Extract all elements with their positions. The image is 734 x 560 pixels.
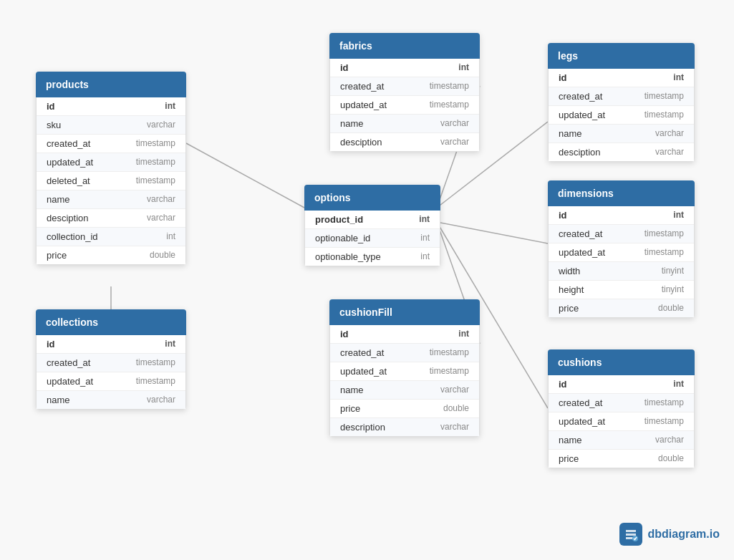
table-row: idint [330,325,479,344]
column-type: varchar [147,194,175,205]
column-type: double [658,303,684,314]
column-name: name [340,385,364,395]
table-row: created_attimestamp [37,354,185,372]
table-row: created_attimestamp [330,344,479,362]
column-type: varchar [147,120,175,130]
column-type: timestamp [644,228,684,239]
table-row: deleted_attimestamp [37,172,185,190]
table-row: desciptionvarchar [37,209,185,228]
column-type: varchar [655,435,684,445]
table-fabrics: fabricsidintcreated_attimestampupdated_a… [329,33,480,152]
column-name: id [559,379,567,390]
table-row: pricedouble [549,450,694,468]
column-name: created_at [340,81,384,92]
table-row: idint [37,335,185,354]
table-row: created_attimestamp [549,225,694,243]
column-type: int [166,231,175,242]
column-type: varchar [655,147,684,158]
column-name: price [340,403,360,414]
table-row: created_attimestamp [37,135,185,153]
column-name: updated_at [47,157,93,168]
table-row: pricedouble [330,400,479,418]
column-name: optionable_type [315,251,381,262]
table-header-fabrics: fabrics [329,33,480,59]
table-row: updated_attimestamp [330,362,479,381]
column-name: id [559,72,567,83]
column-name: id [340,62,349,73]
column-type: int [165,339,175,349]
column-name: id [340,329,349,339]
column-type: varchar [147,395,175,405]
column-name: created_at [47,138,90,149]
table-row: idint [330,59,479,77]
column-type: timestamp [644,247,684,258]
column-name: updated_at [47,376,93,387]
table-row: updated_attimestamp [549,106,694,125]
column-name: id [47,101,55,112]
column-name: price [559,303,579,314]
brand-icon [619,523,642,546]
column-name: description [340,422,385,433]
table-row: created_attimestamp [549,394,694,412]
column-type: int [458,329,469,339]
table-row: pricedouble [37,246,185,264]
table-row: idint [549,206,694,225]
table-row: updated_attimestamp [549,412,694,431]
column-name: updated_at [340,100,387,110]
table-row: heighttinyint [549,281,694,299]
column-name: sku [47,120,61,130]
table-header-products: products [36,72,186,97]
table-row: namevarchar [549,431,694,450]
table-legs: legsidintcreated_attimestampupdated_atti… [548,43,695,162]
column-name: price [47,250,67,261]
table-row: collection_idint [37,228,185,246]
table-row: updated_attimestamp [330,96,479,115]
column-type: double [443,403,469,414]
column-type: timestamp [644,397,684,408]
column-type: int [458,62,469,73]
column-type: timestamp [430,81,469,92]
table-row: idint [549,69,694,87]
table-row: updated_attimestamp [37,372,185,391]
column-name: created_at [340,347,384,358]
column-type: timestamp [644,416,684,427]
column-type: int [420,251,430,262]
column-type: varchar [655,128,684,139]
column-type: int [673,379,684,390]
table-header-collections: collections [36,309,186,335]
brand-watermark: dbdiagram.io [619,523,720,546]
table-row: created_attimestamp [549,87,694,106]
svg-line-3 [437,222,548,243]
table-row: namevarchar [330,115,479,133]
table-row: desciptionvarchar [549,143,694,161]
column-name: name [559,128,582,139]
column-type: double [658,453,684,464]
brand-label: dbdiagram.io [648,528,720,541]
column-name: id [559,210,567,221]
column-type: timestamp [136,175,175,186]
table-row: product_idint [305,211,440,229]
column-name: id [47,339,55,349]
table-row: updated_attimestamp [37,153,185,172]
table-header-cushionFill: cushionFill [329,299,480,325]
column-name: name [47,194,70,205]
table-row: namevarchar [37,190,185,209]
column-name: desciption [47,213,89,223]
column-type: varchar [440,118,469,129]
column-name: optionable_id [315,233,370,243]
column-name: updated_at [340,366,387,377]
table-row: namevarchar [37,391,185,409]
table-header-cushions: cushions [548,349,695,375]
column-name: name [559,435,582,445]
table-row: descriptionvarchar [330,418,479,436]
table-row: skuvarchar [37,116,185,135]
column-name: height [559,284,584,295]
column-type: tinyint [662,266,684,276]
table-header-legs: legs [548,43,695,69]
column-name: deleted_at [47,175,90,186]
column-type: timestamp [136,138,175,149]
table-row: created_attimestamp [330,77,479,96]
table-dimensions: dimensionsidintcreated_attimestampupdate… [548,180,695,318]
svg-line-0 [186,143,304,208]
column-type: timestamp [644,110,684,120]
